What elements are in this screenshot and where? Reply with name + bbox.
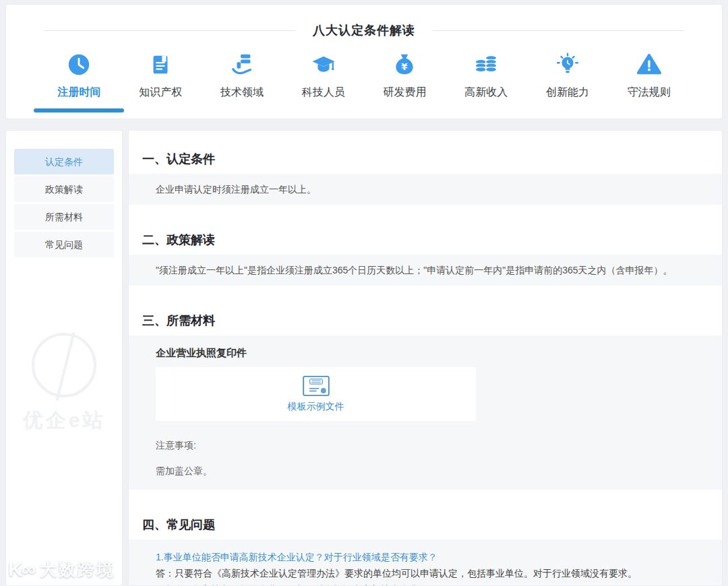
active-tab-underline	[34, 108, 124, 112]
tab-label: 高新收入	[464, 86, 508, 100]
section-1-body: 企业申请认定时须注册成立一年以上。	[129, 174, 722, 205]
template-file-box[interactable]: 模板示例文件	[156, 367, 476, 421]
tab-label: 技术领域	[220, 86, 264, 100]
sidebar-menu: 认定条件 政策解读 所需材料 常见问题	[6, 131, 122, 278]
sidebar-item-policy[interactable]: 政策解读	[14, 176, 114, 202]
tab-rd-expense[interactable]: ¥ 研发费用	[364, 52, 446, 100]
tab-label: 守法规则	[628, 86, 671, 100]
tab-label: 研发费用	[383, 86, 426, 100]
tab-registration-time[interactable]: 注册时间	[38, 52, 120, 100]
material-title: 企业营业执照复印件	[156, 346, 695, 360]
sidebar-item-conditions[interactable]: 认定条件	[14, 149, 114, 174]
sidebar-item-faq[interactable]: 常见问题	[14, 232, 114, 257]
section-4-heading: 四、常见问题	[142, 517, 708, 533]
section-2-text: "须注册成立一年以上"是指企业须注册成立365个日历天数以上；"申请认定前一年内…	[156, 265, 673, 275]
section-2-body: "须注册成立一年以上"是指企业须注册成立365个日历天数以上；"申请认定前一年内…	[129, 255, 722, 286]
clock-icon	[66, 52, 92, 77]
main-content: 一、认定条件 企业申请认定时须注册成立一年以上。 二、政策解读 "须注册成立一年…	[128, 130, 723, 586]
title-divider-left	[44, 30, 295, 31]
business-license-icon	[302, 375, 330, 397]
section-3-body: 企业营业执照复印件 模板示例文件 注意事项: 需加盖公章。	[129, 335, 722, 490]
money-bag-icon: ¥	[392, 52, 417, 77]
section-3-heading: 三、所需材料	[142, 313, 708, 329]
book-icon	[148, 52, 173, 77]
condition-tabs: 注册时间 知识产权 技术领域 科技人员 ¥ 研发费用	[6, 38, 722, 100]
note-text: 需加盖公章。	[156, 464, 695, 478]
tab-tech-personnel[interactable]: 科技人员	[282, 52, 364, 100]
title-row: 八大认定条件解读	[44, 22, 684, 38]
faq-answer: 答：只要符合《高新技术企业认定管理办法》要求的单位均可以申请认定，包括事业单位。…	[156, 565, 695, 581]
section-4-body: 1.事业单位能否申请高新技术企业认定？对于行业领域是否有要求？ 答：只要符合《高…	[129, 540, 722, 586]
tab-label: 创新能力	[546, 86, 589, 100]
watermark-logo-ring	[32, 333, 96, 397]
faq-question-link[interactable]: 1.事业单位能否申请高新技术企业认定？对于行业领域是否有要求？	[156, 549, 695, 565]
graduation-cap-icon	[311, 52, 336, 77]
title-divider-right	[433, 30, 684, 31]
tab-label: 注册时间	[57, 86, 100, 100]
section-1-heading: 一、认定条件	[142, 151, 708, 167]
warning-icon	[636, 52, 662, 77]
sidebar-item-materials[interactable]: 所需材料	[14, 204, 114, 230]
tab-label: 科技人员	[302, 86, 345, 100]
coins-icon	[473, 52, 499, 77]
section-2-heading: 二、政策解读	[142, 232, 708, 248]
page-title: 八大认定条件解读	[313, 22, 415, 38]
sidebar: 认定条件 政策解读 所需材料 常见问题 优企e站	[5, 130, 123, 586]
tab-label: 知识产权	[139, 86, 182, 100]
header-card: 八大认定条件解读 注册时间 知识产权 技术领域 科技人	[5, 4, 723, 119]
sidebar-watermark: 优企e站	[6, 333, 122, 434]
tab-innovation-ability[interactable]: 创新能力	[527, 52, 609, 100]
tab-law-compliance[interactable]: 守法规则	[608, 52, 690, 100]
watermark-text: 优企e站	[6, 407, 122, 434]
hand-coins-icon	[229, 52, 255, 77]
tab-intellectual-property[interactable]: 知识产权	[120, 52, 202, 100]
template-file-link[interactable]: 模板示例文件	[288, 399, 344, 413]
faq-question-link[interactable]: 2.查账征收和核定征收的企业是否都可以申报认定高新技术企业？	[156, 581, 695, 586]
tab-technical-field[interactable]: 技术领域	[202, 52, 283, 100]
notes-label: 注意事项:	[156, 438, 695, 452]
lightbulb-icon	[555, 52, 580, 77]
section-1-text: 企业申请认定时须注册成立一年以上。	[156, 184, 316, 195]
svg-text:¥: ¥	[402, 62, 408, 72]
tab-hightech-income[interactable]: 高新收入	[446, 52, 527, 100]
